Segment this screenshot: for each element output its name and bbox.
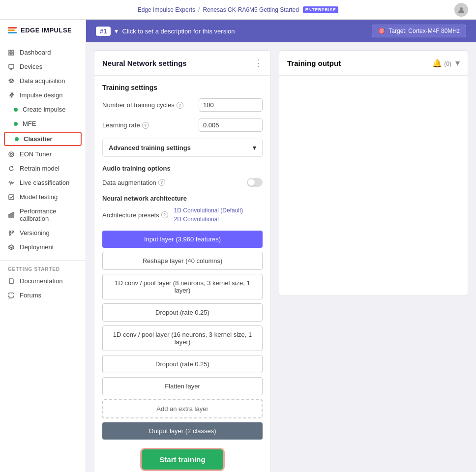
getting-started-label: GETTING STARTED xyxy=(0,263,86,274)
advanced-settings-toggle[interactable]: Advanced training settings ▾ xyxy=(102,139,263,157)
sidebar-item-eon-tuner[interactable]: EON Tuner xyxy=(0,147,86,161)
svg-rect-3 xyxy=(9,53,11,55)
breadcrumb-sep: / xyxy=(198,6,200,13)
training-output-title: Training output xyxy=(287,59,341,67)
learning-rate-row: Learning rate ? xyxy=(102,118,263,132)
data-augmentation-toggle[interactable] xyxy=(247,178,263,187)
activity-icon xyxy=(8,179,15,186)
dot-icon-create-impulse xyxy=(14,108,18,112)
learning-rate-input[interactable] xyxy=(199,118,263,132)
sidebar-item-mfe[interactable]: MFE xyxy=(0,117,86,131)
start-training-button[interactable]: Start training xyxy=(142,449,223,470)
breadcrumb-part2[interactable]: Renesas CK-RA6M5 Getting Started xyxy=(203,6,298,13)
data-augmentation-row: Data augmentation ? xyxy=(102,178,263,187)
num-cycles-row: Number of training cycles ? xyxy=(102,98,263,112)
sidebar-item-impulse-design[interactable]: Impulse design xyxy=(0,88,86,102)
bell-count: (0) xyxy=(444,60,451,67)
svg-point-14 xyxy=(12,231,14,232)
sidebar-label-eon-tuner: EON Tuner xyxy=(20,150,52,158)
layer-conv1d-2[interactable]: 1D conv / pool layer (16 neurons, 3 kern… xyxy=(102,325,263,351)
chip-icon: 🎯 xyxy=(378,28,386,34)
training-output-dropdown-btn[interactable]: ▾ xyxy=(455,58,460,68)
target-label: Target: Cortex-M4F 80MHz xyxy=(388,28,460,34)
svg-rect-10 xyxy=(11,213,12,217)
sidebar-label-devices: Devices xyxy=(20,63,42,70)
book-icon xyxy=(8,278,15,285)
sidebar-logo: EDGE IMPULSE xyxy=(0,20,86,41)
version-description[interactable]: Click to set a description for this vers… xyxy=(122,28,235,35)
audio-options-title: Audio training options xyxy=(102,165,263,172)
num-cycles-label: Number of training cycles ? xyxy=(102,101,183,109)
sidebar-item-model-testing[interactable]: Model testing xyxy=(0,190,86,204)
presets-help-icon[interactable]: ? xyxy=(161,211,168,218)
svg-rect-5 xyxy=(9,64,14,68)
logo-icon xyxy=(8,27,17,33)
layer-conv1d-1[interactable]: 1D conv / pool layer (8 neurons, 3 kerne… xyxy=(102,274,263,299)
sidebar-label-impulse-design: Impulse design xyxy=(20,91,62,99)
sidebar-label-deployment: Deployment xyxy=(20,243,54,251)
sidebar-label-forums: Forums xyxy=(20,292,41,299)
sidebar-item-versioning[interactable]: Versioning xyxy=(0,226,86,240)
bell-icon: 🔔 xyxy=(432,59,442,67)
sidebar-label-documentation: Documentation xyxy=(20,277,62,285)
layer-add-extra[interactable]: Add an extra layer xyxy=(102,399,263,418)
sidebar-item-deployment[interactable]: Deployment xyxy=(0,240,86,254)
bell-button[interactable]: 🔔 (0) xyxy=(432,59,451,68)
version-dropdown-btn[interactable]: ▾ xyxy=(115,27,118,35)
num-cycles-input[interactable] xyxy=(199,98,263,112)
refresh-icon xyxy=(8,165,15,172)
sidebar-label-create-impulse: Create impulse xyxy=(23,106,65,113)
sidebar-item-data-acquisition[interactable]: Data acquisition xyxy=(0,74,86,88)
zap-icon xyxy=(8,92,15,99)
sidebar-label-live-classification: Live classification xyxy=(20,179,69,186)
sidebar-item-devices[interactable]: Devices xyxy=(0,59,86,74)
preset-1d-link[interactable]: 1D Convolutional (Default) xyxy=(174,207,243,214)
message-circle-icon xyxy=(8,292,15,299)
logo-text: EDGE IMPULSE xyxy=(21,27,72,34)
panel-header: Neural Network settings ⋮ xyxy=(94,51,270,76)
panel-menu-button[interactable]: ⋮ xyxy=(254,58,263,68)
package-icon xyxy=(8,244,15,251)
advanced-settings-label: Advanced training settings xyxy=(109,144,191,151)
layer-dropout-2[interactable]: Dropout (rate 0.25) xyxy=(102,355,263,373)
svg-rect-11 xyxy=(13,212,14,217)
training-output-controls: 🔔 (0) ▾ xyxy=(432,58,460,68)
svg-rect-1 xyxy=(9,50,11,52)
target-button[interactable]: 🎯 Target: Cortex-M4F 80MHz xyxy=(372,25,466,37)
presets-label: Architecture presets ? xyxy=(102,211,168,219)
sidebar-item-forums[interactable]: Forums xyxy=(0,288,86,302)
data-augmentation-help-icon[interactable]: ? xyxy=(158,179,165,186)
version-badge: #1 xyxy=(96,27,111,36)
sidebar-item-create-impulse[interactable]: Create impulse xyxy=(0,102,86,117)
layer-reshape[interactable]: Reshape layer (40 columns) xyxy=(102,252,263,270)
sidebar-item-performance-calibration[interactable]: Performance calibration xyxy=(0,204,86,226)
sidebar-item-classifier[interactable]: Classifier xyxy=(4,132,82,146)
dot-icon-classifier xyxy=(15,137,19,141)
preset-links: 1D Convolutional (Default) 2D Convolutio… xyxy=(174,207,243,223)
sidebar-label-data-acquisition: Data acquisition xyxy=(20,77,65,85)
layer-flatten[interactable]: Flatten layer xyxy=(102,377,263,395)
preset-2d-link[interactable]: 2D Convolutional xyxy=(174,216,243,223)
sidebar-item-documentation[interactable]: Documentation xyxy=(0,274,86,288)
num-cycles-help-icon[interactable]: ? xyxy=(177,102,183,109)
check-square-icon xyxy=(8,194,15,201)
layer-output[interactable]: Output layer (2 classes) xyxy=(102,422,263,440)
sidebar-item-retrain-model[interactable]: Retrain model xyxy=(0,161,86,176)
breadcrumb-part1[interactable]: Edge Impulse Experts xyxy=(138,6,195,13)
chevron-down-icon: ▾ xyxy=(253,144,256,151)
start-training-wrapper: Start training xyxy=(102,443,263,472)
avatar xyxy=(454,3,468,17)
layer-dropout-1[interactable]: Dropout (rate 0.25) xyxy=(102,303,263,322)
bar-chart-icon xyxy=(8,211,15,218)
svg-point-6 xyxy=(9,152,14,157)
main-content: #1 ▾ Click to set a description for this… xyxy=(86,20,476,472)
sidebar: EDGE IMPULSE Dashboard Devices Data acqu… xyxy=(0,20,86,472)
sidebar-item-dashboard[interactable]: Dashboard xyxy=(0,45,86,59)
layer-input[interactable]: Input layer (3,960 features) xyxy=(102,231,263,248)
git-branch-icon xyxy=(8,230,15,236)
layers-icon xyxy=(8,78,15,85)
learning-rate-help-icon[interactable]: ? xyxy=(142,122,149,129)
svg-rect-2 xyxy=(12,50,14,52)
training-settings-title: Training settings xyxy=(102,84,263,91)
sidebar-item-live-classification[interactable]: Live classification xyxy=(0,176,86,190)
